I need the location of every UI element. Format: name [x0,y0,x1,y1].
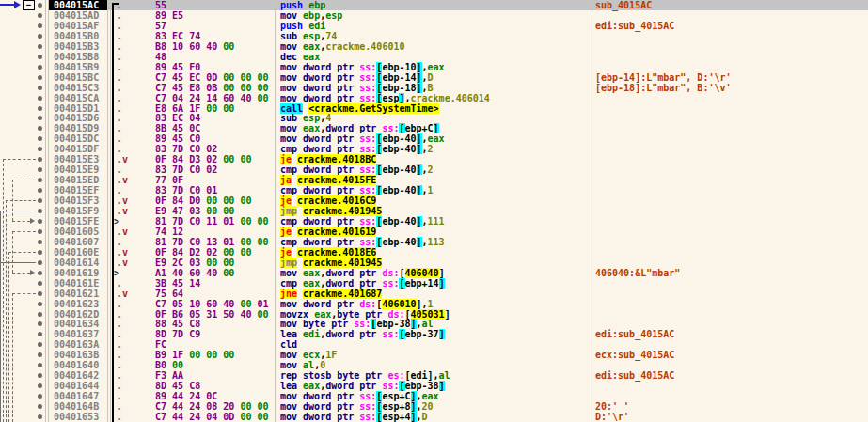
disasm-row[interactable]: 0040160E.v0F 84 D2 02 00 00je crackme.40… [0,247,868,258]
disasm-row[interactable]: 004015EF.83 7D C0 01cmp dword ptr ss:[eb… [0,185,868,195]
comment-cell: edi:sub_4015AC [595,370,674,381]
breakpoint-dot[interactable] [38,75,42,80]
disasm-row[interactable]: 004015DC.89 45 C0mov dword ptr ss:[ebp-4… [0,133,868,144]
disasm-row[interactable]: 004015DF.83 7D C0 02cmp dword ptr ss:[eb… [0,144,868,154]
disasm-row[interactable]: 00401634.88 45 C8mov byte ptr ss:[ebp-38… [0,319,868,329]
disasm-row[interactable]: 004015CA.C7 04 24 14 60 40 00mov dword p… [0,93,868,103]
disasm-row[interactable]: 004015D9.8B 45 0Cmov eax,dword ptr ss:[e… [0,123,868,133]
disasm-row[interactable]: 004015E9.83 7D C0 02cmp dword ptr ss:[eb… [0,164,868,175]
breakpoint-dot[interactable] [38,260,42,265]
breakpoint-dot[interactable] [38,394,42,399]
disasm-row[interactable]: 00401644.8D 45 C8lea eax,dword ptr ss:[e… [0,381,868,391]
disasm-row[interactable]: 00401607.81 7D C0 13 01 00 00cmp dword p… [0,237,868,247]
disasm-row[interactable]: 004015F9.vE9 47 03 00 00jmp crackme.4019… [0,206,868,216]
disasm-row[interactable]: 004015ED.v77 0Fja crackme.4015FE [0,175,868,185]
disasm-row[interactable]: 00401640.B0 00mov al,0 [0,360,868,370]
breakpoint-dot[interactable] [38,383,42,388]
breakpoint-dot[interactable] [38,126,42,131]
disasm-row[interactable]: 00401623.C7 05 10 60 40 00 01mov dword p… [0,299,868,309]
breakpoint-dot[interactable] [38,106,42,111]
disasm-row[interactable]: 00401605.v74 12je crackme.401619 [0,227,868,237]
address-cell: 004015D9 [54,123,99,133]
breakpoint-dot[interactable] [38,281,42,286]
breakpoint-dot[interactable] [38,209,42,213]
disasm-row[interactable]: 00401653.C7 44 24 04 0D 00 00mov dword p… [0,412,868,422]
instruction-cell: mov dword ptr ss:[ebp-10],eax [280,62,445,72]
column-separator [592,0,592,422]
bytes-cell: A1 40 60 40 00 [155,268,234,278]
disasm-row[interactable]: 004015B9.89 45 F0mov dword ptr ss:[ebp-1… [0,62,868,72]
disasm-row[interactable]: 004015E3.v0F 84 D3 02 00 00je crackme.40… [0,154,868,164]
breakpoint-dot[interactable] [38,55,42,59]
breakpoint-dot[interactable] [38,302,42,306]
disasm-row[interactable]: 0040164B.C7 44 24 08 20 00 00mov dword p… [0,401,868,412]
breakpoint-dot[interactable] [38,86,42,90]
row-marker: . [117,113,122,123]
disasm-row[interactable]: 0040162D.0F B6 05 31 50 40 00movzx eax,b… [0,309,868,320]
disasm-row[interactable]: 00401619>A1 40 60 40 00mov eax,dword ptr… [0,268,868,278]
disasm-row[interactable]: 004015B8.48dec eax [0,52,868,62]
disasm-row[interactable]: 004015AF.57push ediedi:sub_4015AC [0,21,868,31]
breakpoint-dot[interactable] [38,147,42,151]
breakpoint-dot[interactable] [38,373,42,378]
disasm-row[interactable]: 0040163B.B9 1F 00 00 00mov ecx,1Fecx:sub… [0,350,868,360]
breakpoint-dot[interactable] [38,250,42,255]
disasm-row[interactable]: 004015BC.C7 45 EC 0D 00 00 00mov dword p… [0,72,868,83]
disasm-row[interactable]: 004015B0.83 EC 74sub esp,74 [0,31,868,41]
breakpoint-dot[interactable] [38,219,42,224]
breakpoint-dot[interactable] [38,312,42,317]
breakpoint-dot[interactable] [38,240,42,244]
disasm-row[interactable]: 004015AD.89 E5mov ebp,esp [0,10,868,21]
breakpoint-dot[interactable] [38,291,42,296]
address-cell: 004015AD [54,10,99,21]
breakpoint-dot[interactable] [38,34,42,39]
bytes-cell: 83 7D C0 02 [155,164,217,175]
breakpoint-dot[interactable] [38,136,42,141]
breakpoint-dot[interactable] [38,167,42,172]
breakpoint-dot[interactable] [38,23,42,28]
instruction-cell: mov eax,dword ptr ss:[ebp+C] [280,123,439,133]
disasm-row[interactable]: 00401621.v75 64jne crackme.401687 [0,289,868,299]
breakpoint-dot[interactable] [38,44,42,49]
breakpoint-dot[interactable] [38,271,42,275]
breakpoint-dot[interactable] [38,414,42,419]
row-marker: . [117,83,122,93]
instruction-cell: cmp dword ptr ss:[ebp-40],2 [280,164,434,175]
breakpoint-dot[interactable] [38,363,42,367]
instruction-cell: dec eax [280,52,320,62]
disasm-row[interactable]: 004015C3.C7 45 E8 0B 00 00 00mov dword p… [0,83,868,93]
breakpoint-dot[interactable] [38,157,42,162]
disasm-row[interactable]: 004015D1.E8 6A 1F 00 00call <crackme.Get… [0,103,868,114]
breakpoint-dot[interactable] [38,116,42,120]
breakpoint-dot[interactable] [38,332,42,336]
row-marker: . [117,62,122,72]
disasm-row[interactable]: 004015F3.v0F 84 D0 00 00 00je crackme.40… [0,195,868,206]
breakpoint-dot[interactable] [38,198,42,203]
breakpoint-dot[interactable] [38,321,42,326]
breakpoint-dot[interactable] [38,178,42,182]
breakpoint-dot[interactable] [38,342,42,347]
disasm-row[interactable]: 00401614.vE9 2C 03 00 00jmp crackme.4019… [0,258,868,268]
disasm-row[interactable]: 004015D6.83 EC 04sub esp,4 [0,113,868,123]
instruction-cell: cmp eax,dword ptr ss:[ebp+14] [280,278,445,289]
disasm-row[interactable]: 004015B3.B8 10 60 40 00mov eax,crackme.4… [0,41,868,52]
disasm-row[interactable]: 00401642.F3 AArep stosb byte ptr es:[edi… [0,370,868,381]
breakpoint-dot[interactable] [38,229,42,234]
disasm-row[interactable]: 00401637.8D 7D C9lea edi,dword ptr ss:[e… [0,329,868,339]
breakpoint-dot[interactable] [38,3,42,8]
breakpoint-dot[interactable] [38,13,42,18]
disasm-row[interactable]: 004015FE>81 7D C0 11 01 00 00cmp dword p… [0,216,868,227]
bytes-cell: C7 04 24 14 60 40 00 [155,93,269,103]
breakpoint-dot[interactable] [38,65,42,70]
breakpoint-dot[interactable] [38,404,42,409]
bytes-cell: C7 44 24 04 0D 00 00 [155,412,269,422]
breakpoint-dot[interactable] [38,96,42,101]
disasm-row[interactable]: 0040163A.FCcld [0,339,868,350]
row-marker: . [117,52,122,62]
disasm-row[interactable]: 0040161E.3B 45 14cmp eax,dword ptr ss:[e… [0,278,868,289]
disasm-row[interactable]: 004015AC.55push ebpsub_4015AC [0,0,868,10]
breakpoint-dot[interactable] [38,188,42,193]
disasm-row[interactable]: 00401647.89 44 24 0Cmov dword ptr ss:[es… [0,391,868,401]
instruction-cell: je crackme.4018BC [280,154,376,164]
breakpoint-dot[interactable] [38,352,42,357]
